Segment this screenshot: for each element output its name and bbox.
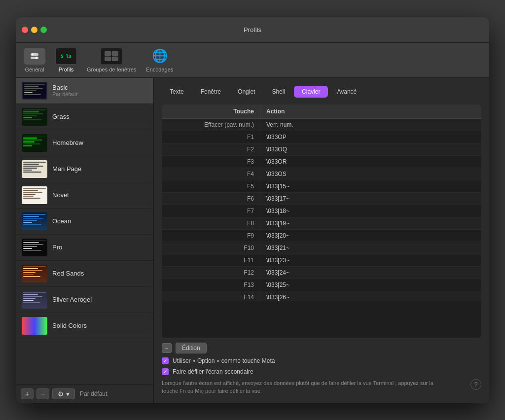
key-cell: Effacer (pav. num.) xyxy=(162,119,260,131)
tab-onglet[interactable]: Onglet xyxy=(230,86,263,98)
action-cell: \033OR xyxy=(260,156,481,168)
checkbox-meta-label: Utiliser « Option » comme touche Meta xyxy=(173,357,275,364)
key-cell: F1 xyxy=(162,131,260,143)
remove-key-button[interactable]: − xyxy=(162,343,172,353)
key-cell: F2 xyxy=(162,143,260,155)
checkbox-row-1[interactable]: ✓ Utiliser « Option » comme touche Meta xyxy=(162,357,481,364)
action-cell: \033OP xyxy=(260,131,481,143)
checkbox-row-2[interactable]: ✓ Faire défiler l'écran secondaire xyxy=(162,368,481,375)
svg-rect-7 xyxy=(112,57,118,61)
toolbar-label-general: Général xyxy=(25,67,44,72)
main-window: Profils Général $ ls Profils xyxy=(16,17,489,403)
profile-thumb-solidcolors xyxy=(22,317,47,335)
action-cell: \033[15~ xyxy=(260,180,481,192)
profile-name-redsands: Red Sands xyxy=(52,270,84,277)
toolbar-item-general[interactable]: Général xyxy=(24,48,45,72)
sidebar-item-manpage[interactable]: Man Page xyxy=(16,156,153,182)
toolbar-label-groups: Groupes de fenêtres xyxy=(87,67,136,72)
sidebar-item-homebrew[interactable]: Homebrew xyxy=(16,130,153,156)
toolbar-label-profils: Profils xyxy=(59,67,74,72)
table-row[interactable]: F6 \033[17~ xyxy=(162,193,481,205)
table-header: Touche Action xyxy=(162,105,481,119)
svg-point-3 xyxy=(36,57,37,59)
sidebar-item-solidcolors[interactable]: Solid Colors xyxy=(16,313,153,339)
table-row[interactable]: F9 \033[20~ xyxy=(162,230,481,242)
sidebar-item-novel[interactable]: Novel xyxy=(16,182,153,209)
table-row[interactable]: F5 \033[15~ xyxy=(162,180,481,193)
tab-texte[interactable]: Texte xyxy=(162,86,192,98)
add-profile-button[interactable]: + xyxy=(21,388,34,399)
main-panel: Texte Fenêtre Onglet Shell Clavier Avanc… xyxy=(154,78,489,403)
help-text: Lorsque l'autre écran est affiché, envoy… xyxy=(162,379,438,395)
table-row[interactable]: Effacer (pav. num.) Verr. num. xyxy=(162,119,481,131)
toolbar-item-encodages[interactable]: 🌐 Encodages xyxy=(146,48,173,72)
svg-rect-6 xyxy=(112,51,118,56)
table-row[interactable]: F1 \033OP xyxy=(162,131,481,143)
profile-name-pro: Pro xyxy=(52,244,62,251)
key-cell: F6 xyxy=(162,193,260,205)
profile-info-silveraerogel: Silver Aerogel xyxy=(52,296,92,303)
tab-shell[interactable]: Shell xyxy=(264,86,293,98)
table-row[interactable]: F8 \033[19~ xyxy=(162,217,481,230)
table-row[interactable]: F13 \033[25~ xyxy=(162,279,481,291)
action-cell: \033[18~ xyxy=(260,205,481,217)
table-row[interactable]: F2 \033OQ xyxy=(162,143,481,156)
key-table: Touche Action Effacer (pav. num.) Verr. … xyxy=(162,105,481,338)
action-cell: \033[26~ xyxy=(260,291,481,301)
table-row[interactable]: F14 \033[26~ xyxy=(162,291,481,301)
titlebar: Profils xyxy=(16,17,489,43)
col-header-touche: Touche xyxy=(162,105,260,118)
profile-info-solidcolors: Solid Colors xyxy=(52,322,87,329)
profile-subtitle-basic: Par défaut xyxy=(52,91,77,97)
sidebar: Basic Par défaut xyxy=(16,78,154,403)
key-cell: F3 xyxy=(162,156,260,168)
sidebar-item-grass[interactable]: Grass xyxy=(16,104,153,130)
table-row[interactable]: F4 \033OS xyxy=(162,168,481,180)
profile-name-basic: Basic xyxy=(52,84,77,91)
table-row[interactable]: F7 \033[18~ xyxy=(162,205,481,217)
col-header-action: Action xyxy=(260,105,481,118)
sidebar-item-redsands[interactable]: Red Sands xyxy=(16,261,153,287)
table-row[interactable]: F11 \033[23~ xyxy=(162,254,481,267)
profile-info-basic: Basic Par défaut xyxy=(52,84,77,97)
profile-options-button[interactable]: ⚙ ▾ xyxy=(52,388,75,399)
edition-button[interactable]: Édition xyxy=(176,343,207,353)
minimize-button[interactable] xyxy=(31,27,37,33)
profile-info-pro: Pro xyxy=(52,244,62,251)
profile-name-homebrew: Homebrew xyxy=(52,139,83,146)
tab-fenetre[interactable]: Fenêtre xyxy=(193,86,229,98)
tab-bar: Texte Fenêtre Onglet Shell Clavier Avanc… xyxy=(162,86,481,98)
profile-info-manpage: Man Page xyxy=(52,165,81,173)
sidebar-item-basic[interactable]: Basic Par défaut xyxy=(16,78,153,104)
profile-thumb-homebrew xyxy=(22,134,47,152)
svg-rect-5 xyxy=(105,57,111,61)
table-row[interactable]: F10 \033[21~ xyxy=(162,242,481,254)
remove-profile-button[interactable]: − xyxy=(36,388,49,399)
svg-rect-4 xyxy=(105,51,111,56)
action-cell: \033OQ xyxy=(260,143,481,155)
key-cell: F12 xyxy=(162,267,260,279)
profile-thumb-silveraerogel xyxy=(22,291,47,309)
table-row[interactable]: F12 \033[24~ xyxy=(162,267,481,279)
checkbox-scroll-icon: ✓ xyxy=(162,368,169,375)
profile-name-grass: Grass xyxy=(52,113,70,120)
bottom-controls: − Édition ✓ Utiliser « Option » comme to… xyxy=(162,343,481,395)
help-button[interactable]: ? xyxy=(470,379,481,390)
toolbar-item-groups[interactable]: Groupes de fenêtres xyxy=(87,48,136,72)
close-button[interactable] xyxy=(22,27,28,33)
window-title: Profils xyxy=(244,26,261,34)
sidebar-item-pro[interactable]: Pro xyxy=(16,235,153,261)
tab-clavier[interactable]: Clavier xyxy=(294,86,328,98)
tab-avance[interactable]: Avancé xyxy=(329,86,364,98)
maximize-button[interactable] xyxy=(40,27,47,33)
profile-list: Basic Par défaut xyxy=(16,78,153,384)
action-cell: \033[24~ xyxy=(260,267,481,279)
traffic-lights xyxy=(22,27,47,33)
action-cell: Verr. num. xyxy=(260,119,481,131)
table-scroll[interactable]: Effacer (pav. num.) Verr. num. F1 \033OP… xyxy=(162,119,481,301)
table-row[interactable]: F3 \033OR xyxy=(162,156,481,168)
toolbar-item-profils[interactable]: $ ls Profils xyxy=(55,48,77,72)
sidebar-item-ocean[interactable]: Ocean xyxy=(16,209,153,235)
profile-thumb-redsands xyxy=(22,265,47,282)
sidebar-item-silveraerogel[interactable]: Silver Aerogel xyxy=(16,287,153,313)
